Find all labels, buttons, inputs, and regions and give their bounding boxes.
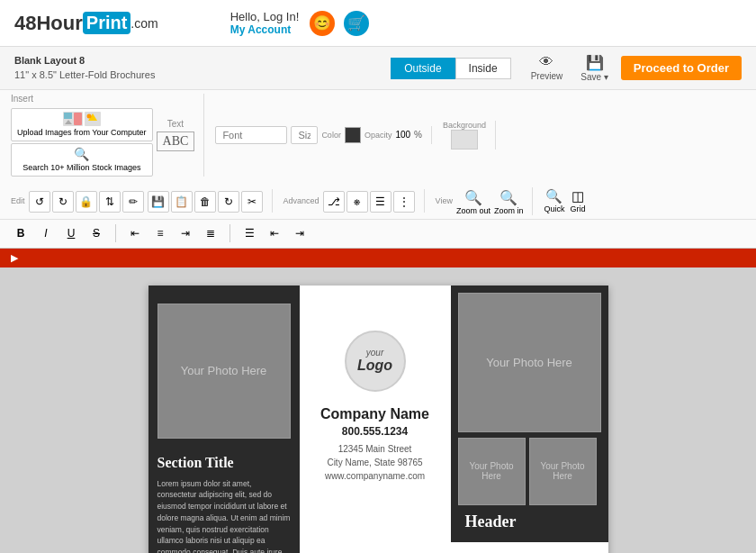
panel-center: your Logo Company Name 800.555.1234 1234… [300,286,451,553]
grid-icon: ◫ [572,188,584,204]
logo-word-text: Logo [357,358,392,374]
insert-group: Insert Upload Images from Your Computer … [11,94,204,177]
svg-rect-2 [74,113,82,125]
cart-icon[interactable]: 🛒 [344,11,369,36]
bold-btn[interactable]: B [11,223,31,243]
photo-right-large[interactable]: Your Photo Here [458,293,601,432]
background-group: Background [443,121,496,150]
preview-btn[interactable]: 👁 Preview [526,52,569,84]
logo-com: .com [130,16,158,31]
opacity-value: 100 [395,130,410,140]
left-body-1: Lorem ipsum dolor sit amet, consectetur … [148,475,300,553]
account-icon[interactable]: 😊 [310,11,335,36]
back-panel: your Logo Company Name 800.555.1234 www.… [451,542,608,553]
background-label: Background [443,121,486,130]
list-btn[interactable]: ☰ [239,223,259,243]
upload-images-btn[interactable]: Upload Images from Your Computer [11,108,153,141]
opacity-label: Opacity [364,131,392,140]
toolbar-row-1: Insert Upload Images from Your Computer … [0,89,756,219]
edit-label: Edit [11,196,25,205]
font-group: Color Opacity 100 % [215,126,432,144]
view-group: View 🔍 Zoom out 🔍 Zoom in [436,187,534,215]
background-swatch[interactable] [451,130,478,150]
toolbar-actions: 👁 Preview 💾 Save ▾ [526,52,614,84]
logo-print: Print [83,12,131,34]
quick-input-btn[interactable]: 🔍 Quick [544,188,564,213]
doc-title: Blank Layout 8 11" x 8.5" Letter-Fold Br… [14,54,155,82]
text-label: Text [167,119,184,129]
logo: 48Hour Print .com [14,12,158,35]
indent-btn[interactable]: ⇥ [290,223,310,243]
redo-btn[interactable]: ↻ [52,191,74,213]
lock-btn[interactable]: 🔒 [76,191,97,213]
text-tool-preview[interactable]: ABC [157,131,195,151]
color-swatch[interactable] [345,127,361,143]
section-title: Section Title [158,455,234,470]
zoom-in-btn[interactable]: 🔍 Zoom in [494,189,524,215]
toolbar: Blank Layout 8 11" x 8.5" Letter-Fold Br… [0,47,756,249]
logo-your-text: your [366,348,383,358]
color-label: Color [321,131,341,140]
info-icon: ▶ [11,252,18,264]
tab-outside[interactable]: Outside [391,58,454,79]
tab-inside[interactable]: Inside [455,58,511,79]
panel-right: Your Photo Here Your Photo Here Your Pho… [451,286,608,553]
flip-btn[interactable]: ⇅ [99,191,121,213]
align-right-btn[interactable]: ⎈ [346,191,368,213]
strikethrough-btn[interactable]: S [86,223,106,243]
arrange-btn[interactable]: ☰ [370,191,392,213]
zoom-out-btn[interactable]: 🔍 Zoom out [456,189,490,215]
toolbar-top: Blank Layout 8 11" x 8.5" Letter-Fold Br… [0,47,756,89]
header-icons: 😊 🛒 [310,11,369,36]
info-bar: ▶ [0,249,756,267]
format-divider-1 [115,224,116,242]
undo-btn[interactable]: ↺ [29,191,50,213]
opacity-unit: % [414,130,422,140]
my-account-link[interactable]: My Account [230,23,292,36]
justify-text-btn[interactable]: ≣ [201,223,220,243]
save-btn[interactable]: 💾 Save ▾ [575,52,614,84]
grid-btn[interactable]: ◫ Grid [570,188,585,213]
center-phone: 800.555.1234 [342,425,408,438]
advanced-label: Advanced [284,196,320,205]
edit-group: Edit ↺ ↻ 🔒 ⇅ ✏ 💾 📋 🗑 ↻ ✂ [11,189,273,213]
outdent-btn[interactable]: ⇤ [265,223,284,243]
photo-small-2[interactable]: Your Photo Here [529,438,597,505]
advanced-group: Advanced ⎇ ⎈ ☰ ⋮ [284,189,425,213]
search-stock-btn[interactable]: 🔍 Search 10+ Million Stock Images [11,143,153,177]
more-btn[interactable]: ⋮ [393,191,415,213]
svg-point-6 [86,114,91,119]
italic-btn[interactable]: I [36,223,56,243]
canvas-area: Your Photo Here Section Title Lorem ipsu… [0,267,756,553]
align-left-btn[interactable]: ⎇ [323,191,345,213]
center-logo[interactable]: your Logo [345,331,406,392]
paste-btn[interactable]: 📋 [171,191,193,213]
delete-btn[interactable]: 🗑 [194,191,216,213]
proceed-button[interactable]: Proceed to Order [621,56,742,80]
greeting-text: Hello, Log In! [230,10,300,23]
photo-row: Your Photo Here Your Photo Here [458,438,601,505]
align-center-text-btn[interactable]: ≡ [150,223,170,243]
panel-left: Your Photo Here Section Title Lorem ipsu… [148,286,300,553]
search-stock-icon: 🔍 [74,147,89,161]
size-input[interactable] [291,126,318,144]
top-header: 48Hour Print .com Hello, Log In! My Acco… [0,0,756,47]
crop-btn[interactable]: ✂ [241,191,263,213]
brochure: Your Photo Here Section Title Lorem ipsu… [148,286,608,553]
panel-tabs: Outside Inside [391,58,510,79]
center-address: 12345 Main Street City Name, State 98765… [325,442,425,483]
font-input[interactable] [215,126,287,144]
format-bar: B I U S ⇤ ≡ ⇥ ≣ ☰ ⇤ ⇥ [0,219,756,248]
section-title-area: Section Title [148,448,300,475]
save-btn2[interactable]: 💾 [148,191,169,213]
edit-btn2[interactable]: ✏ [122,191,144,213]
save-icon: 💾 [586,54,604,71]
underline-btn[interactable]: U [61,223,81,243]
photo-small-1[interactable]: Your Photo Here [458,438,526,505]
panel-right-top: Your Photo Here Your Photo Here Your Pho… [451,286,608,542]
zoom-in-icon: 🔍 [500,189,518,206]
refresh-btn[interactable]: ↻ [218,191,239,213]
photo-left-large[interactable]: Your Photo Here [158,304,291,439]
align-left-text-btn[interactable]: ⇤ [125,223,145,243]
align-right-text-btn[interactable]: ⇥ [176,223,195,243]
